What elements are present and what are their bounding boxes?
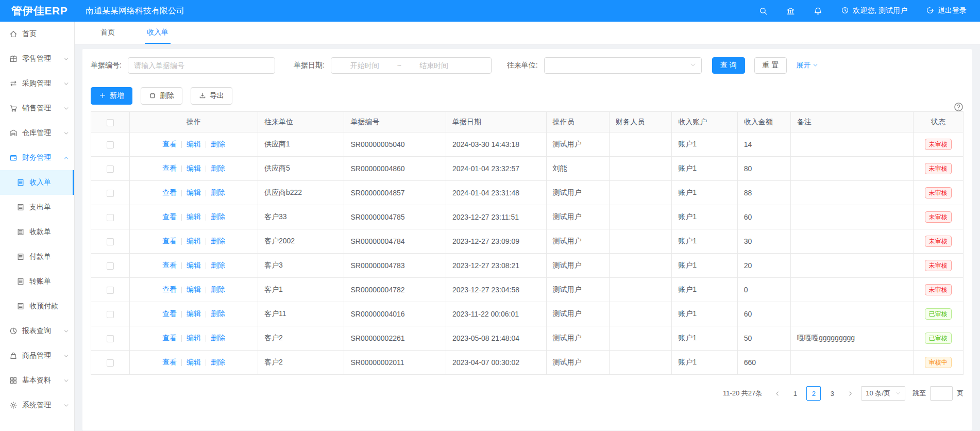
link-divider [206,165,206,172]
jump-label: 跳至 [913,389,926,398]
row-checkbox[interactable] [107,287,114,294]
sidebar-item-income-receipt[interactable]: 收入单 [0,170,74,195]
sidebar-item-warehouse[interactable]: 仓库管理 [0,121,74,145]
edit-link[interactable]: 编辑 [187,334,201,343]
delete-link[interactable]: 删除 [211,334,225,343]
partner-cell: 客户1 [258,278,344,302]
delete-link[interactable]: 删除 [211,358,225,367]
view-link[interactable]: 查看 [162,164,177,173]
view-link[interactable]: 查看 [162,188,177,197]
date-start-input[interactable] [336,61,393,70]
edit-link[interactable]: 编辑 [187,188,201,197]
search-button[interactable]: 查 询 [712,57,745,74]
page-size-select[interactable]: 10 条/页 [861,386,905,401]
sidebar-item-collection-receipt[interactable]: 收款单 [0,220,74,244]
table-row: 查看编辑删除客户2002SR000000047842023-12-27 23:0… [91,229,964,254]
edit-link[interactable]: 编辑 [187,285,201,294]
edit-link[interactable]: 编辑 [187,358,201,367]
view-link[interactable]: 查看 [162,309,177,319]
select-all-checkbox[interactable] [107,119,114,126]
view-link[interactable]: 查看 [162,237,177,246]
next-page-button[interactable] [843,386,857,401]
row-checkbox[interactable] [107,165,114,173]
tab-income-receipt[interactable]: 收入单 [145,22,171,44]
logout-button[interactable]: 退出登录 [926,6,967,16]
sidebar-item-expense-receipt[interactable]: 支出单 [0,195,74,220]
delete-button[interactable]: 删除 [141,87,182,105]
link-divider [181,165,182,172]
sidebar-item-system[interactable]: 系统管理 [0,393,74,418]
sidebar-item-transfer-receipt[interactable]: 转账单 [0,269,74,294]
doc-date-label: 单据日期: [294,61,325,70]
status-badge: 未审核 [925,284,952,295]
view-link[interactable]: 查看 [162,285,177,294]
page-button-2[interactable]: 2 [806,386,821,401]
export-button[interactable]: 导出 [191,87,232,105]
report-icon [9,327,18,335]
row-checkbox[interactable] [107,238,114,245]
row-checkbox[interactable] [107,141,114,148]
company-name: 南通某某网络科技有限公司 [86,6,184,16]
column-header: 往来单位 [258,112,344,132]
edit-link[interactable]: 编辑 [187,140,201,149]
doc-no-input[interactable] [128,57,275,74]
delete-link[interactable]: 删除 [211,188,225,197]
lock-screen-icon[interactable] [786,7,795,15]
edit-link[interactable]: 编辑 [187,309,201,319]
filter-row: 单据编号: 单据日期: ~ 往来单位: 查 询 重 置 [91,57,964,74]
expand-toggle[interactable]: 展开 [796,61,818,70]
jump-page-input[interactable] [930,386,953,401]
row-checkbox[interactable] [107,214,114,221]
sidebar-item-finance[interactable]: 财务管理 [0,145,74,170]
row-checkbox[interactable] [107,359,114,367]
page-button-1[interactable]: 1 [788,386,802,401]
search-icon[interactable] [759,7,768,15]
date-end-input[interactable] [405,61,462,70]
sidebar-item-goods[interactable]: 商品管理 [0,343,74,368]
help-icon[interactable] [954,102,964,112]
delete-link[interactable]: 删除 [211,212,225,222]
delete-link[interactable]: 删除 [211,164,225,173]
view-link[interactable]: 查看 [162,212,177,222]
welcome-user[interactable]: 欢迎您, 测试用户 [841,6,907,16]
row-checkbox[interactable] [107,335,114,342]
code-cell: SR00000004860 [344,157,446,181]
sidebar-item-home[interactable]: 首页 [0,22,74,46]
delete-link[interactable]: 删除 [211,285,225,294]
sidebar-item-retail[interactable]: 零售管理 [0,46,74,71]
page-button-3[interactable]: 3 [825,386,839,401]
edit-link[interactable]: 编辑 [187,261,201,270]
row-checkbox[interactable] [107,190,114,197]
edit-link[interactable]: 编辑 [187,164,201,173]
view-link[interactable]: 查看 [162,334,177,343]
add-button[interactable]: 新增 [91,87,132,105]
prev-page-button[interactable] [770,386,784,401]
edit-link[interactable]: 编辑 [187,212,201,222]
sidebar-item-basic-data[interactable]: 基本资料 [0,368,74,393]
delete-link[interactable]: 删除 [211,237,225,246]
date-range-picker[interactable]: ~ [331,57,492,74]
partner-select[interactable] [544,57,702,74]
tab-home[interactable]: 首页 [98,22,117,44]
partner-cell: 供应商5 [258,157,344,181]
link-divider [206,262,206,269]
delete-link[interactable]: 删除 [211,140,225,149]
sidebar-item-advance-receipt[interactable]: 收预付款 [0,294,74,319]
sidebar-item-label: 零售管理 [22,54,51,63]
reset-button[interactable]: 重 置 [754,57,787,74]
sidebar-item-purchase[interactable]: 采购管理 [0,71,74,96]
row-checkbox[interactable] [107,311,114,318]
delete-link[interactable]: 删除 [211,309,225,319]
row-checkbox[interactable] [107,262,114,270]
view-link[interactable]: 查看 [162,261,177,270]
sidebar-item-report[interactable]: 报表查询 [0,319,74,343]
retail-icon [9,55,18,63]
edit-link[interactable]: 编辑 [187,237,201,246]
view-link[interactable]: 查看 [162,358,177,367]
delete-link[interactable]: 删除 [211,261,225,270]
sidebar-item-payment-receipt[interactable]: 付款单 [0,244,74,269]
date-cell: 2023-11-22 00:06:01 [446,302,547,326]
notification-bell-icon[interactable] [814,7,822,15]
sidebar-item-sales[interactable]: 销售管理 [0,96,74,121]
view-link[interactable]: 查看 [162,140,177,149]
